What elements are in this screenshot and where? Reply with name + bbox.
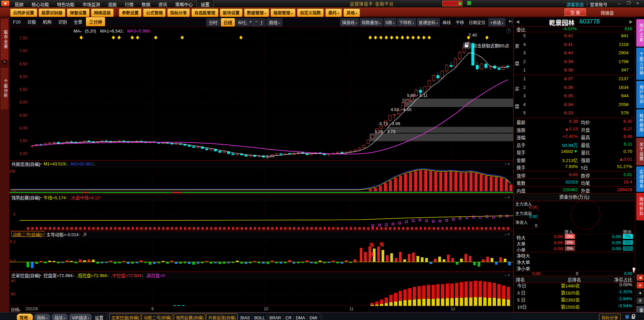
bottom-menu-战法[interactable]: 战法 ▾ xyxy=(52,314,68,320)
sell-row-2[interactable]: 26.391756 xyxy=(521,58,635,66)
buy-row-3[interactable]: 36.35944 xyxy=(521,92,635,101)
shortcut-tab-个股三分钟[interactable]: 个股三分钟 xyxy=(636,48,644,80)
zoom-out-icon[interactable]: − xyxy=(255,19,258,24)
ribbon-button-委托[interactable]: 委托 ▾ xyxy=(325,8,342,17)
shortcut-tab-用户之家[interactable]: 用户之家 xyxy=(636,19,644,47)
panel-close-icon[interactable]: × xyxy=(507,232,511,237)
shortcut-tab-关于益盟[interactable]: 关于益盟 xyxy=(636,138,644,165)
indicator-share-button[interactable]: 指标分享 xyxy=(599,314,621,320)
bottom-lock-icon[interactable] xyxy=(632,315,637,320)
collapse-panel-icon[interactable]: ➤| xyxy=(508,19,512,23)
login-status[interactable]: 游客状态 xyxy=(566,1,584,7)
close-button[interactable]: × xyxy=(636,1,639,6)
chart-tab-识别[interactable]: 识别 xyxy=(55,17,70,26)
panel-restore-icon[interactable]: ▫ xyxy=(505,162,507,166)
chart-tab-三分钟[interactable]: 三分钟 xyxy=(86,17,105,26)
ribbon-button-股票识别器[interactable]: 股票识别器 xyxy=(39,8,66,17)
indicator-button-BIAS[interactable]: BIAS xyxy=(238,315,252,320)
sell-row-1[interactable]: 16.38347 xyxy=(521,66,635,75)
shortcut-tab-用户培训[interactable]: 用户培训 xyxy=(636,81,644,108)
screenshot-icon[interactable]: # xyxy=(637,298,644,304)
chart-tool-+自选[interactable]: +自选 ▾ xyxy=(488,18,505,26)
megaphone-icon[interactable]: ◀ xyxy=(637,274,644,281)
chart-tool-下除权[interactable]: 下除权 ▾ xyxy=(397,18,416,26)
ribbon-button-指标分享[interactable]: 指标分享 xyxy=(167,8,190,17)
buy-row-2[interactable]: 26.361634 xyxy=(521,84,635,92)
ribbon-button-数据管理[interactable]: 数据管理 ▾ xyxy=(244,8,269,17)
bottom-settings-button[interactable]: 设置 xyxy=(95,315,103,320)
zoom-in-icon[interactable]: + xyxy=(249,19,252,24)
panel-restore-icon[interactable]: ▫ xyxy=(505,232,507,237)
period-selector[interactable]: 日线▾ xyxy=(11,306,21,313)
shortcut-tab-软件使用[interactable]: 软件使用 xyxy=(636,109,644,137)
indicator-plot[interactable]: 8060 xyxy=(9,279,513,306)
ribbon-button-自定义指数[interactable]: 自定义指数 xyxy=(297,8,324,17)
indicator-name[interactable]: 共振追涨[自编]▾ xyxy=(11,161,42,166)
ribbon-button-板块设置[interactable]: 板块设置 xyxy=(220,8,243,17)
main-kline-chart[interactable]: MA▾ (5,20) MA1=6.542↓ MA3=5.966↑ ? 7.507… xyxy=(9,27,513,160)
period-tab-日线[interactable]: 日线 xyxy=(221,18,235,26)
indicator-button-共振追涨[自编][interactable]: 共振追涨[自编] xyxy=(206,314,238,320)
ribbon-button-自选股管理[interactable]: 自选股管理 xyxy=(191,8,218,17)
chart-tab-诊股[interactable]: 诊股 xyxy=(24,17,39,26)
indicator-name[interactable]: 动能二号[自编]▾ xyxy=(11,231,44,237)
indicator-button-BRAR[interactable]: BRAR xyxy=(267,315,283,320)
buy-row-4[interactable]: 46.342056 xyxy=(521,101,635,109)
bottom-menu-常用[interactable]: 常用 ▾ xyxy=(17,314,33,320)
indicator-button-CR[interactable]: CR xyxy=(283,315,293,320)
sell-row-5[interactable]: 56.42841 xyxy=(521,32,635,41)
chart-tool-操盘线[interactable]: 操盘线 ▾ xyxy=(340,18,359,26)
indicator-button-动能二号[自编][interactable]: 动能二号[自编] xyxy=(142,314,173,320)
chart-tool-5图[interactable]: 5图 ▾ xyxy=(384,18,396,26)
chart-tool-日期定位[interactable]: 日期定位 xyxy=(467,18,488,26)
period-tab-分时[interactable]: 分时 xyxy=(206,18,220,26)
indicator-button-DMA[interactable]: DMA xyxy=(293,315,307,320)
panel-close-icon[interactable]: × xyxy=(507,195,511,200)
indicator-name[interactable]: 庄家控盘[自编]▾ xyxy=(11,272,42,277)
indicator-button-BOLL[interactable]: BOLL xyxy=(252,315,267,320)
panel-close-icon[interactable]: × xyxy=(507,273,511,278)
indicator-plot[interactable]: 1000 xyxy=(9,168,513,194)
sell-row-3[interactable]: 36.402904 xyxy=(521,49,635,58)
buy-row-5[interactable]: 56.33579 xyxy=(521,109,635,118)
qq-icon[interactable]: ● xyxy=(637,290,644,296)
rank-row-10日[interactable]: 10日第1555名-0.54% xyxy=(514,303,635,310)
indicator-button-庄家控盘[自编][interactable]: 庄家控盘[自编] xyxy=(109,314,141,320)
chart-tool-画线[interactable]: 画线 xyxy=(441,18,453,26)
sidebar-tab-market-overview[interactable]: 股市全景 xyxy=(1,19,8,60)
sidebar-tab-stock-analysis[interactable]: 个股分析 xyxy=(1,68,8,109)
indicator-panel-zhuangjia[interactable]: 庄家控盘[自编]▾控盘度=72.984↓,低控盘=72.984↓,中控盘=72.… xyxy=(9,272,513,306)
ribbon-button-其他[interactable]: 其他 ▾ xyxy=(343,8,360,17)
bs-lock-tooltip[interactable]: 点击获取近期BS点 xyxy=(463,42,509,49)
indicator-name[interactable]: 强势起暴[自编]▾ xyxy=(11,195,42,200)
shortcut-tab-限时折扣[interactable]: 限时折扣 xyxy=(636,193,644,220)
sidebar-close-icon[interactable]: × xyxy=(2,60,7,64)
indicator-plot[interactable]: 强强强0.10.0 xyxy=(9,238,513,271)
rank-row-3 日[interactable]: 3 日第1825名-1.31% xyxy=(514,289,635,296)
next-stock-icon[interactable]: ▶ xyxy=(630,19,633,24)
trade-button[interactable]: 交 易 xyxy=(564,8,586,16)
indicator-panel-dongneng[interactable]: 动能二号[自编]▾主导动能=-0.014↑,0▫×强强强0.10.0 xyxy=(9,231,513,272)
chart-tool-指数叠加[interactable]: 指数叠加 ▾ xyxy=(359,18,383,26)
bottom-grid-icon[interactable]: ▦ xyxy=(625,314,629,319)
kline-plot[interactable]: 7.507.006.506.005.505.004.504.003.503.00… xyxy=(9,27,513,160)
promo-marquee[interactable] xyxy=(442,1,462,6)
indicator-button-DMI[interactable]: DMI xyxy=(307,315,319,320)
emoney-logo-icon[interactable]: e xyxy=(637,282,644,288)
buy-row-1[interactable]: 16.372137 xyxy=(521,75,635,84)
ribbon-button-网络连接[interactable]: 网络连接 xyxy=(91,8,114,17)
micro-trade-button[interactable]: 微操盘 xyxy=(601,9,614,16)
panel-restore-icon[interactable]: ▫ xyxy=(505,195,507,200)
ribbon-button-弹窗设置[interactable]: 弹窗设置 xyxy=(67,8,90,17)
minimize-button[interactable]: – xyxy=(618,1,621,6)
chart-tab-机构[interactable]: 机构 xyxy=(40,17,54,26)
indicator-button-强势起暴[自编][interactable]: 强势起暴[自编] xyxy=(174,314,205,320)
chart-tool-平移[interactable]: 平移 xyxy=(454,18,466,26)
panel-restore-icon[interactable]: ▫ xyxy=(505,273,507,278)
ribbon-button-版面管理[interactable]: 版面管理 ▾ xyxy=(270,8,296,17)
ribbon-button-参数设置[interactable]: 参数设置 xyxy=(119,8,142,17)
restore-button[interactable]: ❐ xyxy=(627,1,631,5)
chart-tab-全景[interactable]: 全景 xyxy=(70,17,85,26)
sell-row-4[interactable]: 46.412118 xyxy=(521,41,635,49)
shortcut-tab-实战体系[interactable]: 实战体系 xyxy=(636,166,644,192)
